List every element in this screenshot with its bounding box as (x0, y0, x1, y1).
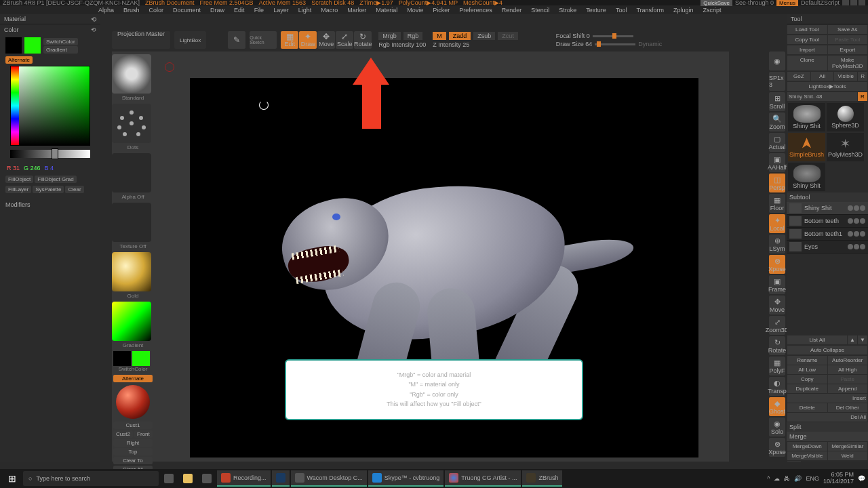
aahalf-button[interactable]: ▣AAHalf (769, 153, 785, 172)
rgb-intensity-label[interactable]: Rgb Intensity 100 (378, 41, 426, 48)
menus-button[interactable]: Menus (776, 0, 798, 6)
menu-material[interactable]: Material (376, 7, 397, 14)
material-sphere[interactable] (116, 385, 150, 419)
tray-chevron-icon[interactable]: ^ (767, 475, 770, 482)
taskview-button[interactable] (160, 470, 178, 487)
search-box[interactable]: ○Type here to search (23, 471, 159, 486)
lightbox-button[interactable]: LightBox (174, 31, 206, 49)
floor-button[interactable]: ▦Floor (769, 194, 785, 213)
lsym-button[interactable]: ⊛LSym (769, 235, 785, 253)
draw-size-label[interactable]: Draw Size 64 (556, 41, 593, 47)
gradient-preview[interactable] (112, 302, 151, 341)
uv-button[interactable]: Uv (787, 461, 801, 462)
all-button[interactable]: All (811, 72, 834, 81)
delall-button[interactable]: Del All (787, 413, 867, 422)
modifiers-label[interactable]: Modifiers (0, 195, 100, 215)
scroll-button[interactable]: ⊞Scroll (769, 92, 785, 111)
move3d-button[interactable]: ✥Move (769, 296, 785, 314)
task-chrome[interactable]: Truong CG Artist - ... (445, 470, 521, 487)
tool-thumb-simplebrush[interactable]: SimpleBrush (788, 133, 825, 161)
clock[interactable]: 6:05 PM 10/14/2017 (823, 472, 854, 485)
lightbox-tools-button[interactable]: Lightbox▶Tools (787, 82, 867, 91)
tray-volume-icon[interactable]: 🔊 (794, 475, 802, 482)
persp-button[interactable]: ◫Persp (769, 174, 785, 192)
color-panel-header[interactable]: Color ⟲ (0, 24, 100, 35)
bpr-button[interactable]: ◉ (769, 52, 785, 70)
tool-thumb-sphere[interactable]: Sphere3D (827, 103, 864, 131)
rename-button[interactable]: Rename (787, 356, 827, 365)
dynamic-label[interactable]: Dynamic (638, 41, 662, 47)
z-intensity-label[interactable]: Z Intensity 25 (433, 41, 518, 48)
fillobject-button[interactable]: FillObject (5, 176, 33, 183)
stroke-preview[interactable] (112, 104, 151, 143)
clone-button[interactable]: Clone (787, 56, 827, 70)
rotate-button[interactable]: ↻Rotate (354, 31, 372, 49)
quicksave-button[interactable]: QuickSave (701, 0, 732, 6)
delother-button[interactable]: Del Other (828, 403, 868, 412)
color2-swatch[interactable] (113, 351, 131, 366)
goz-button[interactable]: GoZ (787, 72, 810, 81)
task-wacom[interactable]: Wacom Desktop C... (291, 470, 367, 487)
see-through[interactable]: See-through 0 (735, 0, 774, 6)
material-preview[interactable] (112, 252, 151, 291)
spix-button[interactable]: SP1x 3 (769, 72, 785, 91)
menu-tool[interactable]: Tool (616, 7, 627, 14)
solo-button[interactable]: ◉Solo (769, 418, 785, 436)
cust2-button[interactable]: Cust2 (113, 430, 133, 438)
subtool-item-0[interactable]: Shiny Shit (787, 202, 868, 215)
current-tool-name[interactable]: Shiny Shit. 48 (787, 92, 857, 101)
scale-button[interactable]: ⤢Scale (336, 31, 353, 49)
mrgb-button[interactable]: Mrgb (378, 32, 401, 40)
move-button[interactable]: ✥Move (317, 31, 335, 49)
menu-light[interactable]: Light (298, 7, 312, 14)
pin-icon[interactable]: ⟲ (91, 26, 96, 33)
edit-button[interactable]: ▦Edit (281, 31, 298, 49)
alllow-button[interactable]: All Low (787, 365, 827, 374)
actual-button[interactable]: ▢Actual (769, 133, 785, 152)
frame-button[interactable]: ▣Frame (769, 275, 785, 294)
color-picker[interactable] (10, 66, 90, 146)
task-recording[interactable]: Recording... (217, 470, 271, 487)
delete-button[interactable]: Delete (787, 403, 827, 412)
copy-button[interactable]: Copy (787, 375, 827, 384)
menu-alpha[interactable]: Alpha (98, 7, 114, 14)
menu-file[interactable]: File (254, 7, 264, 14)
menu-zscript[interactable]: Zscript (703, 7, 722, 14)
default-zscript[interactable]: DefaultZScript (801, 0, 840, 6)
listall-button[interactable]: List All (787, 336, 847, 344)
polyf-button[interactable]: ▦PolyF (769, 357, 785, 375)
allhigh-button[interactable]: All High (828, 365, 868, 374)
menu-render[interactable]: Render (502, 7, 522, 14)
tool-thumb-shiny2[interactable]: Shiny Shit (788, 163, 825, 191)
r-value[interactable]: R 31 (7, 165, 20, 171)
b-value[interactable]: B 4 (45, 165, 54, 171)
menu-color[interactable]: Color (149, 7, 164, 14)
menu-macro[interactable]: Macro (321, 7, 338, 14)
front-button[interactable]: Front (134, 430, 153, 438)
menu-marker[interactable]: Marker (347, 7, 366, 14)
cust1-button[interactable]: Cust1 (113, 422, 153, 429)
filllayer-button[interactable]: FillLayer (5, 186, 31, 193)
task-skype[interactable]: Skype™ - cvbtruong (368, 470, 444, 487)
switchcolor-button[interactable]: SwitchColor (43, 38, 78, 45)
menu-draw[interactable]: Draw (210, 7, 224, 14)
insert-button[interactable]: Insert (787, 394, 867, 403)
explorer-button[interactable] (179, 470, 197, 487)
grayscale-slider[interactable] (10, 150, 90, 158)
rotate3d-button[interactable]: ↻Rotate (769, 336, 785, 355)
hue-strip[interactable] (11, 66, 19, 145)
mergevisible-button[interactable]: MergeVisible (787, 451, 827, 460)
alpha-preview[interactable] (112, 153, 151, 192)
quicksketch-button[interactable]: ✎ (228, 31, 245, 49)
export-button[interactable]: Export (828, 45, 868, 54)
subtool-header[interactable]: Subtool (787, 192, 868, 202)
menu-edit[interactable]: Edit (234, 7, 245, 14)
zoom3d-button[interactable]: ⤢Zoom3D (769, 316, 785, 335)
start-button[interactable]: ⊞ (3, 470, 22, 487)
r2-button[interactable]: R (858, 92, 867, 101)
autocollapse-button[interactable]: Auto Collapse (787, 346, 867, 354)
right-button[interactable]: Right (113, 439, 153, 447)
menu-preferences[interactable]: Preferences (459, 7, 492, 14)
transp-button[interactable]: ◐Transp (769, 377, 785, 396)
down-icon[interactable]: ▼ (858, 336, 867, 344)
